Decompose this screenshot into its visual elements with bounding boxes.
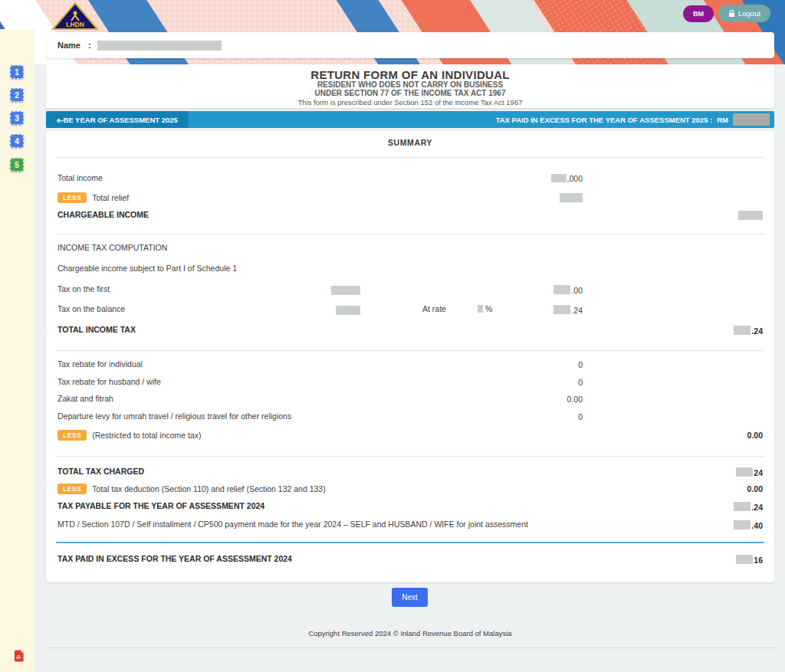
sidebar-step-3[interactable]: 3 [10, 111, 24, 125]
next-button[interactable]: Next [392, 588, 428, 607]
form-title-card: RETURN FORM OF AN INDIVIDUAL RESIDENT WH… [46, 64, 774, 108]
redacted-value [734, 326, 751, 335]
excess-2025-amount-redacted [733, 113, 770, 126]
sidebar-step-1[interactable]: 1 [10, 65, 24, 79]
excess-2025-summary: TAX PAID IN EXCESS FOR THE YEAR OF ASSES… [496, 113, 774, 126]
row-departure-levy: Departure levy for umrah travel / religi… [57, 411, 763, 424]
name-separator: : [88, 41, 91, 50]
row-less-restricted: LESS(Restricted to total income tax) 0.0… [57, 430, 763, 442]
redacted-value [331, 286, 360, 295]
row-rebate-husband-wife: Tax rebate for husband / wife 0 [57, 377, 763, 389]
redacted-value [736, 467, 753, 477]
redacted-value [734, 520, 751, 529]
redacted-value [734, 502, 751, 511]
result-divider-line [56, 542, 764, 543]
footer-copyright: Copyright Reserved 2024 © Inland Revenue… [46, 629, 774, 638]
form-subtitle-1: RESIDENT WHO DOES NOT CARRY ON BUSINESS [46, 81, 774, 90]
form-subtitle-2: UNDER SECTION 77 OF THE INCOME TAX ACT 1… [46, 90, 774, 98]
row-computation-heading: INCOME TAX COMPUTATION [57, 243, 763, 255]
divider [56, 157, 764, 158]
redacted-value [478, 305, 483, 313]
redacted-value [736, 555, 753, 564]
divider [56, 350, 764, 351]
row-total-relief: LESSTotal relief [57, 192, 763, 205]
redacted-value [560, 193, 583, 202]
lhdn-logo-triangle: LHDN [51, 2, 99, 30]
row-zakat-fitrah: Zakat and fitrah 0.00 [57, 394, 763, 406]
row-less-deduction: LESSTotal tax deduction (Section 110) an… [57, 484, 763, 496]
form-title: RETURN FORM OF AN INDIVIDUAL [46, 68, 774, 81]
less-badge: LESS [57, 430, 87, 441]
assessment-bar: e-BE YEAR OF ASSESSMENT 2025 TAX PAID IN… [46, 111, 774, 128]
row-rebate-individual: Tax rebate for individual 0 [57, 359, 763, 372]
redacted-value [551, 174, 567, 182]
summary-heading: SUMMARY [46, 138, 774, 147]
sidebar-step-2[interactable]: 2 [10, 88, 24, 102]
name-label: Name [57, 41, 80, 50]
row-total-income: Total income ,000 [57, 173, 763, 185]
footer-divider [46, 647, 779, 648]
summary-card: SUMMARY Total income ,000 LESSTotal reli… [46, 131, 774, 582]
row-total-tax-charged: TOTAL TAX CHARGED 24 [57, 467, 763, 479]
row-chargeable-income: CHARGEABLE INCOME [57, 210, 763, 222]
redacted-value [336, 306, 360, 315]
currency-label: RM [717, 116, 728, 124]
name-value-redacted [97, 41, 222, 51]
sidebar-step-4[interactable]: 4 [10, 134, 24, 148]
row-tax-on-balance: Tax on the balance At rate % .24 [57, 304, 763, 316]
language-bm-button[interactable]: BM [683, 5, 714, 22]
logout-button[interactable]: Logout [718, 5, 770, 22]
divider [56, 234, 764, 234]
less-badge: LESS [57, 192, 87, 203]
row-tax-paid-excess: TAX PAID IN EXCESS FOR THE YEAR OF ASSES… [57, 554, 763, 566]
logout-label: Logout [738, 9, 760, 18]
form-type-label: e-BE YEAR OF ASSESSMENT 2025 [46, 111, 189, 128]
less-badge: LESS [57, 484, 87, 494]
row-schedule-note: Chargeable income subject to Part I of S… [57, 264, 763, 276]
redacted-value [553, 285, 570, 294]
redacted-value [738, 211, 763, 220]
lhdn-logo-text: LHDN [66, 21, 84, 28]
sidebar-step-5-current[interactable]: 5 [10, 158, 24, 172]
form-note: This form is prescribed under Section 15… [46, 98, 774, 107]
excess-2025-label: TAX PAID IN EXCESS FOR THE YEAR OF ASSES… [496, 116, 713, 124]
row-tax-on-first: Tax on the first .00 [57, 284, 763, 297]
divider [56, 456, 764, 457]
row-total-income-tax: TOTAL INCOME TAX .24 [57, 325, 763, 337]
row-mtd-payment: MTD / Section 107D / Self installment / … [57, 520, 763, 532]
row-tax-payable: TAX PAYABLE FOR THE YEAR OF ASSESSMENT 2… [57, 501, 763, 513]
redacted-value [553, 305, 570, 314]
lock-icon [728, 10, 735, 18]
step-sidebar: 1 2 3 4 5 [0, 29, 34, 672]
pdf-file-icon[interactable] [14, 650, 24, 662]
name-bar: Name : [46, 32, 774, 58]
